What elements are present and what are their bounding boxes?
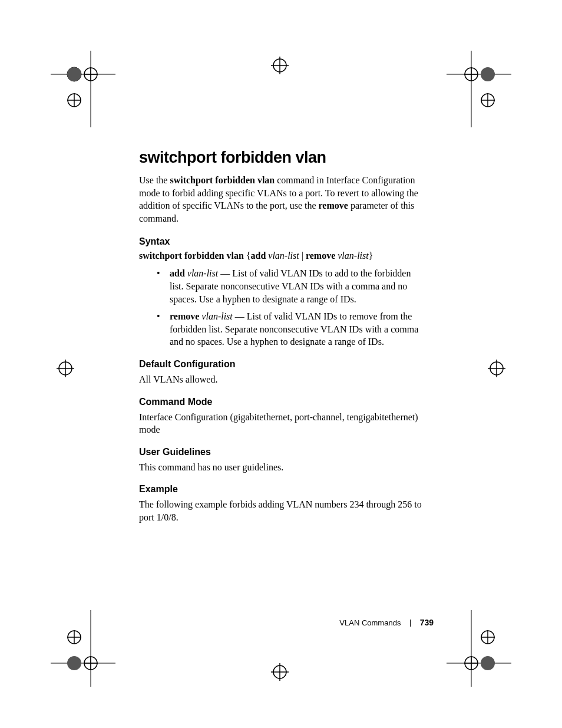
footer-section: VLAN Commands: [339, 618, 401, 627]
bullet-arg: vlan-list: [187, 268, 218, 278]
default-config-body: All VLANs allowed.: [139, 373, 422, 386]
syntax-vlan-list: vlan-list: [338, 251, 368, 261]
syntax-cmd: switchport forbidden vlan: [139, 251, 244, 261]
example-heading: Example: [139, 484, 422, 495]
svg-point-3: [67, 67, 81, 81]
svg-point-37: [59, 362, 72, 375]
bullet-keyword: add: [170, 268, 185, 278]
intro-command-bold: switchport forbidden vlan: [170, 175, 275, 185]
svg-point-25: [68, 631, 81, 644]
user-guidelines-body: This command has no user guidelines.: [139, 461, 422, 474]
default-config-heading: Default Configuration: [139, 359, 422, 370]
intro-paragraph: Use the switchport forbidden vlan comman…: [139, 174, 422, 225]
page-content: switchport forbidden vlan Use the switch…: [139, 149, 422, 529]
crop-mark-icon: [51, 51, 115, 127]
svg-point-46: [273, 666, 286, 678]
svg-point-31: [465, 657, 478, 670]
list-item: add vlan-list — List of valid VLAN IDs t…: [157, 267, 422, 305]
crop-mark-icon: [447, 51, 511, 127]
example-body: The following example forbids adding VLA…: [139, 498, 422, 523]
intro-text: Use the: [139, 175, 170, 185]
command-mode-body: Interface Configuration (gigabitethernet…: [139, 411, 422, 436]
syntax-bullet-list: add vlan-list — List of valid VLAN IDs t…: [157, 267, 422, 348]
list-item: remove vlan-list — List of valid VLAN ID…: [157, 310, 422, 348]
registration-mark-icon: [265, 657, 295, 687]
svg-point-40: [490, 362, 503, 375]
crop-mark-icon: [447, 610, 511, 687]
svg-point-34: [481, 631, 494, 644]
svg-point-21: [67, 656, 81, 670]
registration-mark-icon: [482, 354, 511, 383]
svg-point-43: [273, 59, 286, 72]
svg-point-22: [84, 657, 97, 670]
bullet-dash: —: [233, 311, 247, 321]
syntax-line: switchport forbidden vlan {add vlan-list…: [139, 251, 422, 261]
syntax-brace: }: [369, 251, 373, 261]
svg-point-7: [68, 94, 81, 107]
footer-separator-icon: [410, 620, 411, 627]
svg-point-13: [465, 68, 478, 81]
intro-param-bold: remove: [319, 200, 348, 210]
bullet-arg: vlan-list: [201, 311, 232, 321]
svg-point-2: [67, 67, 81, 81]
svg-point-12: [481, 67, 495, 81]
syntax-heading: Syntax: [139, 236, 422, 247]
bullet-keyword: remove: [170, 311, 199, 321]
registration-mark-icon: [51, 354, 80, 383]
command-title: switchport forbidden vlan: [139, 149, 422, 167]
svg-point-16: [481, 94, 494, 107]
syntax-remove-kw: remove: [306, 251, 335, 261]
svg-point-30: [481, 656, 495, 670]
page-number: 739: [420, 618, 434, 627]
syntax-pipe: |: [299, 251, 306, 261]
syntax-vlan-list: vlan-list: [268, 251, 299, 261]
syntax-add-kw: add: [250, 251, 266, 261]
svg-point-4: [84, 68, 97, 81]
user-guidelines-heading: User Guidelines: [139, 447, 422, 457]
crop-mark-icon: [51, 610, 115, 687]
registration-mark-icon: [265, 51, 295, 80]
bullet-dash: —: [218, 268, 232, 278]
command-mode-heading: Command Mode: [139, 397, 422, 407]
